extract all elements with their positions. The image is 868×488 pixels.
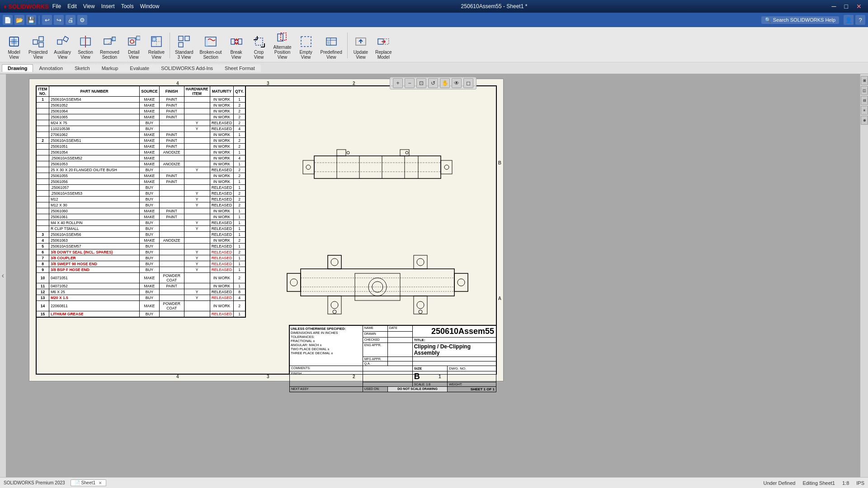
display-style-button[interactable]: ◻: [463, 78, 473, 88]
zoom-fit-button[interactable]: ⊡: [416, 78, 426, 88]
toolbar-icon-user[interactable]: 👤: [844, 15, 854, 25]
toolbar-icon-help[interactable]: ?: [855, 15, 865, 25]
bom-cell-5-5: RELEASED: [210, 126, 233, 132]
toolbar-icon-open[interactable]: 📂: [14, 15, 24, 25]
auxiliary-view-button[interactable]: Auxiliary View: [51, 30, 74, 62]
tab-sheet-format[interactable]: Sheet Format: [219, 64, 261, 72]
menu-insert[interactable]: Insert: [101, 3, 115, 9]
bom-cell-2-1: 25061064: [49, 108, 140, 114]
right-tool-5[interactable]: ⊕: [861, 116, 868, 125]
tab-annotation[interactable]: Annotation: [33, 64, 69, 72]
sheet-tab-close[interactable]: ✕: [99, 481, 102, 485]
right-tool-4[interactable]: ≡: [861, 106, 868, 115]
bom-cell-23-0: 3: [37, 232, 49, 238]
tab-addins[interactable]: SOLIDWORKS Add-Ins: [155, 64, 219, 72]
predefined-view-button[interactable]: Predefined View: [317, 30, 345, 62]
menu-window[interactable]: Window: [140, 3, 160, 9]
menu-view[interactable]: View: [83, 3, 95, 9]
menu-tools[interactable]: Tools: [121, 3, 134, 9]
broken-out-section-button[interactable]: Broken-out Section: [197, 30, 225, 62]
size-value: B: [412, 371, 448, 382]
bom-cell-3-0: [37, 114, 49, 120]
comments-value: [363, 366, 412, 371]
toolbar-icon-undo[interactable]: ↩: [42, 15, 52, 25]
bom-cell-24-6: 2: [234, 238, 245, 244]
right-tool-2[interactable]: ◫: [861, 86, 868, 95]
section-view-icon: [79, 35, 92, 48]
bom-cell-27-6: 1: [234, 255, 245, 261]
svg-line-24: [134, 37, 137, 40]
menu-file[interactable]: File: [52, 3, 61, 9]
view-mode-button[interactable]: 👁: [452, 78, 462, 88]
crop-view-button[interactable]: Crop View: [248, 30, 270, 62]
toolbar-icon-redo[interactable]: ↪: [54, 15, 64, 25]
maximize-button[interactable]: □: [842, 3, 851, 10]
col-header-maturity: MATURITY: [210, 86, 233, 97]
close-button[interactable]: ✕: [854, 3, 864, 10]
canvas-area[interactable]: + − ⊡ ↺ ✋ 👁 ◻ 4 3 2 1 4 3 2 1 B A: [6, 74, 860, 477]
bom-row-22: R CLIP TSMALLBUYYRELEASED1: [37, 226, 245, 232]
bom-row-34: 1422060811MAKEPOWDER COATIN WORK2: [37, 301, 245, 311]
section-view-button[interactable]: Section View: [74, 30, 97, 62]
bom-row-27: 73/8 COUPLERBUYYRELEASED1: [37, 255, 245, 261]
empty-view-button[interactable]: Empty View: [295, 30, 317, 62]
toolbar-icon-print[interactable]: 🖨: [66, 15, 75, 25]
bom-cell-35-0: 15: [37, 311, 49, 317]
col-header-hardware: HARDWARE ITEM: [184, 86, 210, 97]
right-tool-3[interactable]: ⊟: [861, 96, 868, 105]
relative-view-button[interactable]: Relative View: [145, 30, 168, 62]
minimize-button[interactable]: ─: [829, 3, 839, 10]
alternate-position-view-button[interactable]: Alternate Position View: [270, 30, 295, 62]
bom-cell-4-6: 2: [234, 120, 245, 126]
bom-cell-5-1: 110210538: [49, 126, 140, 132]
bom-cell-11-2: MAKE: [140, 161, 159, 167]
bom-cell-5-2: BUY: [140, 126, 159, 132]
rotate-view-button[interactable]: ↺: [428, 78, 438, 88]
toolbar-icon-save[interactable]: 💾: [26, 15, 36, 25]
zoom-out-button[interactable]: −: [405, 78, 415, 88]
sheet-tab-icon: 📄: [75, 480, 80, 485]
standard-3view-button[interactable]: Standard 3 View: [172, 30, 197, 62]
break-view-button[interactable]: Break View: [225, 30, 248, 62]
sheet-tab-label: Sheet1: [81, 480, 95, 485]
right-tool-1[interactable]: ⊞: [861, 76, 868, 85]
zoom-in-button[interactable]: +: [393, 78, 403, 88]
bom-cell-34-1: 22060811: [49, 301, 140, 311]
menu-edit[interactable]: Edit: [67, 3, 77, 9]
bom-cell-18-4: Y: [184, 202, 210, 208]
drawn-label: DRAWN: [363, 332, 387, 338]
bom-row-30: 1004071051MAKEPOWDER COATIN WORK2: [37, 273, 245, 283]
pan-button[interactable]: ✋: [440, 78, 450, 88]
svg-rect-5: [39, 37, 43, 41]
model-view-button[interactable]: Model View: [3, 30, 25, 62]
projected-view-button[interactable]: Projected View: [25, 30, 51, 62]
bom-cell-13-0: [37, 173, 49, 179]
bom-cell-16-5: RELEASED: [210, 191, 233, 197]
bom-cell-31-4: [184, 283, 210, 289]
tab-drawing[interactable]: Drawing: [2, 64, 33, 72]
broken-out-section-label: Broken-out: [200, 50, 222, 55]
detail-view-button[interactable]: Detail View: [123, 30, 145, 62]
sheet-tab[interactable]: 📄 Sheet1 ✕: [71, 479, 106, 486]
left-panel-collapse[interactable]: ‹: [0, 74, 6, 477]
toolbar-icon-settings[interactable]: ⚙: [77, 15, 87, 25]
do-not-scale-label: DO NOT SCALE DRAWING: [387, 387, 448, 392]
tab-evaluate[interactable]: Evaluate: [124, 64, 155, 72]
tab-markup[interactable]: Markup: [96, 64, 124, 72]
bom-cell-4-5: RELEASED: [210, 120, 233, 126]
bom-cell-23-5: RELEASED: [210, 232, 233, 238]
bom-cell-24-0: 4: [37, 238, 49, 244]
bom-cell-28-0: 8: [37, 261, 49, 267]
tab-sketch[interactable]: Sketch: [69, 64, 96, 72]
search-help-input[interactable]: 🔍 Search SOLIDWORKS Help: [761, 16, 839, 24]
svg-rect-20: [128, 38, 136, 45]
date-header: DATE: [387, 326, 412, 332]
removed-section-button[interactable]: Removed Section: [97, 30, 123, 62]
toolbar-icon-new[interactable]: 📄: [3, 15, 13, 25]
bom-cell-2-2: MAKE: [140, 108, 159, 114]
update-view-button[interactable]: Update View: [349, 30, 372, 62]
replace-model-button[interactable]: Replace Model: [372, 30, 395, 62]
svg-rect-70: [454, 273, 468, 291]
bom-row-24: 425061063MAKEANODIZEIN WORK2: [37, 238, 245, 244]
search-icon: 🔍: [765, 17, 771, 23]
